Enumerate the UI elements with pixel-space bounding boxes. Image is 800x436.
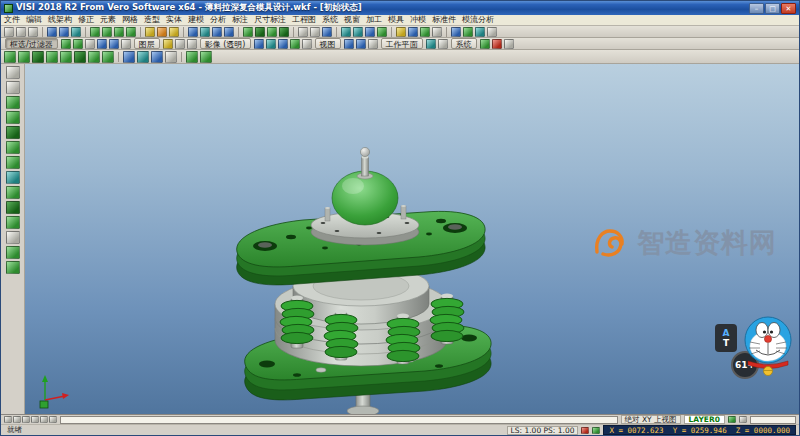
status-icon[interactable]: [4, 416, 12, 423]
toolbar-icon[interactable]: [322, 27, 332, 37]
menu-item[interactable]: 模具: [385, 15, 407, 25]
toolbar-icon[interactable]: [408, 27, 418, 37]
status-icon[interactable]: [739, 416, 747, 423]
toolbar-item[interactable]: [175, 39, 185, 49]
menu-item[interactable]: 视窗: [341, 15, 363, 25]
status-prompt-field[interactable]: [60, 416, 618, 424]
toolbar-icon[interactable]: [137, 51, 149, 63]
toolbar-icon[interactable]: [267, 27, 277, 37]
minimize-button[interactable]: –: [749, 3, 764, 14]
sidebar-icon[interactable]: [6, 126, 20, 139]
toolbar-item[interactable]: [290, 39, 300, 49]
status-view-label[interactable]: 绝对 XY 上视图: [621, 415, 681, 424]
toolbar-icon[interactable]: [310, 27, 320, 37]
menu-item[interactable]: 文件: [1, 15, 23, 25]
toolbar-icon[interactable]: [102, 51, 114, 63]
toolbar-icon[interactable]: [42, 27, 43, 37]
menu-item[interactable]: 系统: [319, 15, 341, 25]
toolbar-icon[interactable]: [4, 51, 16, 63]
close-button[interactable]: ✕: [781, 3, 796, 14]
toolbar-item[interactable]: [344, 39, 354, 49]
toolbar-icon[interactable]: [151, 51, 163, 63]
menu-item[interactable]: 标注: [229, 15, 251, 25]
sidebar-icon[interactable]: [6, 141, 20, 154]
toolbar-item[interactable]: [254, 39, 264, 49]
toolbar-item[interactable]: [97, 39, 107, 49]
toolbar-item[interactable]: [504, 39, 514, 49]
toolbar-icon[interactable]: [46, 51, 58, 63]
toolbar-item[interactable]: [85, 39, 95, 49]
viewport-3d[interactable]: 智造资料网 A T 61+: [25, 64, 799, 414]
status-icon[interactable]: [40, 416, 48, 423]
status-layer-selector[interactable]: LAYER0: [684, 415, 725, 424]
toolbar-item[interactable]: [480, 39, 490, 49]
toolbar-icon[interactable]: [188, 27, 198, 37]
toolbar-icon[interactable]: [186, 51, 198, 63]
maximize-button[interactable]: □: [765, 3, 780, 14]
toolbar-icon[interactable]: [102, 27, 112, 37]
sidebar-icon[interactable]: [6, 216, 20, 229]
sidebar-icon[interactable]: [6, 66, 20, 79]
toolbar-item[interactable]: [302, 39, 312, 49]
toolbar-icon[interactable]: [336, 27, 337, 37]
toolbar-item[interactable]: [109, 39, 119, 49]
toolbar-icon[interactable]: [157, 27, 167, 37]
toolbar-item[interactable]: 图层: [134, 38, 160, 49]
toolbar-icon[interactable]: [145, 27, 155, 37]
toolbar-icon[interactable]: [4, 27, 14, 37]
menu-item[interactable]: 实体: [163, 15, 185, 25]
toolbar-icon[interactable]: [432, 27, 442, 37]
menu-item[interactable]: 网格: [119, 15, 141, 25]
toolbar-item[interactable]: [438, 39, 448, 49]
toolbar-icon[interactable]: [59, 27, 69, 37]
toolbar-icon[interactable]: [169, 27, 179, 37]
menu-item[interactable]: 线架构: [45, 15, 75, 25]
toolbar-icon[interactable]: [88, 51, 100, 63]
sidebar-icon[interactable]: [6, 96, 20, 109]
toolbar-icon[interactable]: [165, 51, 177, 63]
status-icon[interactable]: [22, 416, 30, 423]
toolbar-icon[interactable]: [293, 27, 294, 37]
toolbar-icon[interactable]: [463, 27, 473, 37]
toolbar-item[interactable]: 系统: [451, 38, 477, 49]
toolbar-icon[interactable]: [298, 27, 308, 37]
toolbar-item[interactable]: 视图: [315, 38, 341, 49]
toolbar-icon[interactable]: [365, 27, 375, 37]
toolbar-item[interactable]: [266, 39, 276, 49]
toolbar-icon[interactable]: [200, 27, 210, 37]
menu-item[interactable]: 元素: [97, 15, 119, 25]
status-icon[interactable]: [592, 427, 600, 434]
toolbar-icon[interactable]: [279, 27, 289, 37]
toolbar-icon[interactable]: [243, 27, 253, 37]
toolbar-icon[interactable]: [126, 27, 136, 37]
toolbar-icon[interactable]: [71, 27, 81, 37]
toolbar-icon[interactable]: [60, 51, 72, 63]
menu-item[interactable]: 造型: [141, 15, 163, 25]
status-field-small[interactable]: [750, 416, 796, 424]
toolbar-icon[interactable]: [32, 51, 44, 63]
status-icon[interactable]: [13, 416, 21, 423]
menu-item[interactable]: 编辑: [23, 15, 45, 25]
sidebar-icon[interactable]: [6, 171, 20, 184]
sidebar-icon[interactable]: [6, 231, 20, 244]
toolbar-item[interactable]: [356, 39, 366, 49]
status-icon[interactable]: [728, 416, 736, 423]
toolbar-item[interactable]: [187, 39, 197, 49]
toolbar-item[interactable]: 框选/过滤器: [5, 38, 58, 49]
menu-item[interactable]: 标准件: [429, 15, 459, 25]
toolbar-item[interactable]: [426, 39, 436, 49]
toolbar-icon[interactable]: [391, 27, 392, 37]
menu-item[interactable]: 加工: [363, 15, 385, 25]
sidebar-icon[interactable]: [6, 201, 20, 214]
menu-item[interactable]: 冲模: [407, 15, 429, 25]
toolbar-icon[interactable]: [200, 51, 212, 63]
toolbar-icon[interactable]: [238, 27, 239, 37]
menu-item[interactable]: 分析: [207, 15, 229, 25]
toolbar-icon[interactable]: [420, 27, 430, 37]
toolbar-icon[interactable]: [451, 27, 461, 37]
status-icon[interactable]: [31, 416, 39, 423]
toolbar-icon[interactable]: [396, 27, 406, 37]
sidebar-icon[interactable]: [6, 111, 20, 124]
float-translate-widget[interactable]: A T: [715, 324, 737, 352]
menu-item[interactable]: 尺寸标注: [251, 15, 289, 25]
